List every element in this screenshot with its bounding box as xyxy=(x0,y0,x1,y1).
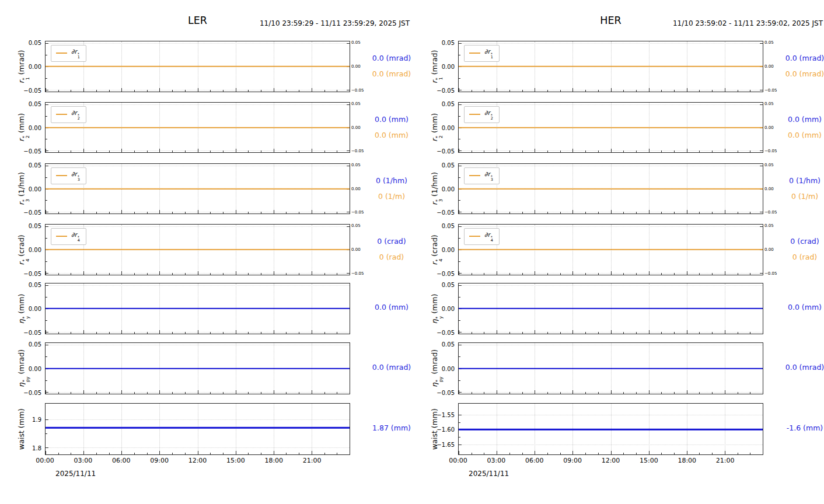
y-tick-label: 0.00 xyxy=(424,64,455,70)
x-tick xyxy=(572,271,573,275)
x-tick xyxy=(299,273,299,275)
x-tick xyxy=(661,212,662,214)
y-tick-label: 0.05 xyxy=(11,341,41,348)
x-tick xyxy=(286,392,287,394)
y-tick-label-right: −0.05 xyxy=(764,271,777,276)
readout-value: 1.87 (mm) xyxy=(370,423,413,432)
y-minor-tick xyxy=(46,320,47,321)
y-tick-label: 0.00 xyxy=(424,365,455,372)
x-tick xyxy=(109,392,110,394)
x-tick xyxy=(585,332,586,334)
x-tick xyxy=(46,451,46,454)
x-tick xyxy=(484,212,484,214)
h-gridline xyxy=(459,345,763,345)
x-tick xyxy=(312,88,312,92)
y-tick xyxy=(46,345,48,345)
h-gridline xyxy=(46,285,350,286)
x-tick-label: 09:00 xyxy=(563,457,582,464)
x-tick xyxy=(763,330,763,334)
x-tick xyxy=(261,273,261,275)
x-tick xyxy=(121,210,122,214)
readout-value: 0.0 (mrad) xyxy=(370,69,413,78)
h-gridline xyxy=(459,226,763,227)
x-tick xyxy=(763,451,763,454)
x-tick xyxy=(96,150,97,153)
x-tick xyxy=(58,392,59,394)
readout: 0.0 (mrad)0.0 (mrad) xyxy=(783,41,824,92)
x-tick xyxy=(299,453,299,455)
x-tick xyxy=(585,150,586,153)
x-tick xyxy=(712,90,713,92)
x-tick xyxy=(636,453,637,455)
legend-line-sample xyxy=(56,114,67,115)
x-tick xyxy=(547,273,548,275)
y-tick-label: 0.00 xyxy=(11,64,41,70)
y-tick xyxy=(46,104,48,105)
x-tick xyxy=(535,88,535,92)
x-tick xyxy=(147,453,148,455)
x-tick xyxy=(350,330,350,334)
y-minor-tick xyxy=(459,177,460,178)
x-tick xyxy=(472,453,472,455)
x-tick xyxy=(210,273,211,275)
y-tick-label: 0.05 xyxy=(11,101,41,107)
x-tick xyxy=(636,392,637,394)
x-tick xyxy=(725,330,725,334)
x-tick xyxy=(611,88,612,92)
plot-area xyxy=(45,403,350,455)
x-tick xyxy=(459,88,459,92)
x-tick xyxy=(159,210,160,214)
x-tick xyxy=(286,273,287,275)
x-tick xyxy=(687,390,687,394)
plot-area: ∂r*4 xyxy=(458,224,763,275)
x-tick xyxy=(350,88,350,92)
y-tick-label: 0.05 xyxy=(11,40,41,46)
x-tick xyxy=(572,210,573,214)
x-tick xyxy=(738,150,738,153)
x-tick xyxy=(687,330,687,334)
x-tick xyxy=(623,150,624,153)
readout: 1.87 (mm) xyxy=(370,403,413,455)
plot-area: ∂r*3 xyxy=(45,163,350,214)
x-tick xyxy=(649,88,650,92)
x-tick xyxy=(484,392,484,394)
x-tick xyxy=(223,90,224,92)
x-tick xyxy=(159,451,160,454)
x-tick xyxy=(185,332,186,334)
x-tick xyxy=(337,90,337,92)
x-tick xyxy=(185,150,186,153)
x-tick xyxy=(83,390,84,394)
series-line xyxy=(459,308,763,309)
y-tick-label-right: 0.00 xyxy=(351,247,361,252)
x-axis-date: 2025/11/11 xyxy=(55,470,96,478)
y-tick-label: 0.00 xyxy=(11,306,41,312)
x-tick xyxy=(738,392,738,394)
x-tick xyxy=(46,271,46,275)
y-tick-label: 0.00 xyxy=(11,186,41,192)
y-minor-tick xyxy=(459,356,460,357)
h-gridline xyxy=(46,447,350,448)
x-tick xyxy=(547,332,548,334)
h-gridline xyxy=(459,285,763,286)
x-tick xyxy=(198,149,198,152)
x-tick xyxy=(738,212,738,214)
x-tick xyxy=(750,273,750,275)
x-tick xyxy=(674,332,675,334)
y-minor-tick xyxy=(46,116,47,117)
x-tick xyxy=(337,212,337,214)
x-tick xyxy=(509,453,510,455)
readout: 0.0 (mrad) xyxy=(370,342,413,394)
readout-value: 0.0 (mrad) xyxy=(370,362,413,371)
x-tick xyxy=(560,273,561,275)
legend: ∂r*1 xyxy=(51,45,86,62)
x-tick xyxy=(522,332,523,334)
y-minor-tick xyxy=(459,261,460,262)
x-tick xyxy=(58,273,59,275)
x-tick xyxy=(299,332,299,334)
x-tick-label: 12:00 xyxy=(602,457,620,464)
x-tick xyxy=(598,453,599,455)
x-tick xyxy=(598,332,599,334)
legend-line-sample xyxy=(56,236,67,237)
x-tick xyxy=(274,88,274,92)
x-tick xyxy=(172,453,173,455)
